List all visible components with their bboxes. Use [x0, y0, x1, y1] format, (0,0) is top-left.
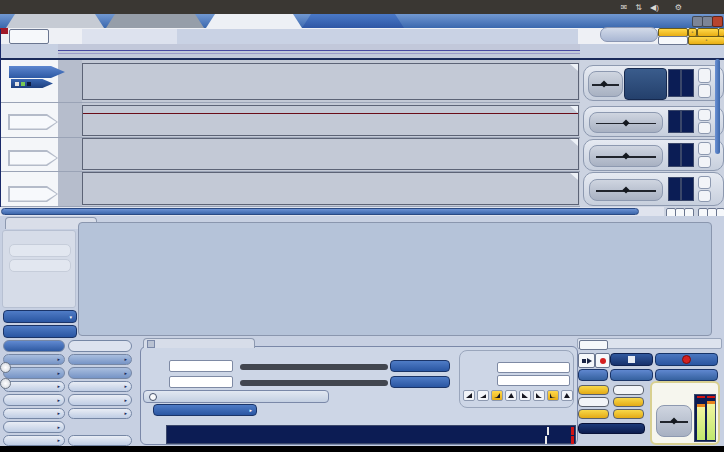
timeline-ruler[interactable] [82, 29, 578, 44]
new-rack-button[interactable]: ▾ [3, 310, 77, 323]
stop-button[interactable] [610, 353, 653, 366]
audio-clip-overhead[interactable] [82, 172, 579, 205]
clip-corner-icon[interactable] [570, 106, 578, 113]
mute-button[interactable] [698, 142, 711, 155]
clip-corner-icon[interactable] [570, 64, 578, 71]
audio-clip-vocal[interactable] [82, 63, 579, 100]
play-button[interactable] [578, 353, 595, 368]
mute-button[interactable] [698, 68, 711, 83]
pan-value-field[interactable] [169, 376, 233, 388]
volume-icon[interactable]: ◀) [650, 3, 659, 12]
master-volume-slider[interactable] [656, 405, 692, 437]
new-filter-button[interactable] [600, 27, 658, 42]
fade-shape-button-active[interactable] [491, 390, 503, 401]
close-button[interactable] [712, 16, 723, 27]
punch-toggle[interactable] [613, 385, 644, 395]
rack-filter-chip[interactable] [624, 68, 667, 100]
tab-projects[interactable] [6, 14, 104, 28]
tracks-button[interactable]: ▸ [68, 394, 132, 406]
fade-shape-button[interactable] [561, 390, 573, 401]
timecode-button[interactable]: ▸ [3, 381, 65, 393]
automation-line[interactable] [83, 113, 578, 114]
audio-clip-bass[interactable] [82, 105, 579, 136]
master-drop-filters-panel[interactable] [650, 381, 720, 445]
clipboard-button[interactable]: ▸ [68, 354, 132, 366]
movies-button[interactable]: ▸ [3, 421, 65, 433]
fade-shape-button-active[interactable] [547, 390, 559, 401]
audio-clip-drums[interactable] [82, 138, 579, 170]
h-scrollbar-thumb[interactable] [1, 208, 639, 215]
cpu-meter-button[interactable] [578, 423, 645, 434]
mute-button[interactable] [698, 109, 711, 121]
volume-pan-slider[interactable] [589, 179, 663, 201]
reset-volume-button[interactable] [390, 360, 450, 372]
mute-button[interactable] [698, 176, 711, 189]
fast-forward-button[interactable] [655, 369, 718, 381]
mail-icon[interactable]: ✉ [621, 3, 628, 12]
racks-bar[interactable]: ▫ [688, 36, 724, 45]
solo-button[interactable] [698, 84, 711, 99]
save-button[interactable]: ▸ [3, 354, 65, 366]
session-gear-icon[interactable]: ⚙ [675, 3, 682, 12]
volume-pan-slider[interactable] [588, 71, 623, 97]
volume-value-field[interactable] [169, 360, 233, 372]
options-button[interactable]: ▸ [3, 408, 65, 420]
fade-shape-button[interactable] [519, 390, 531, 401]
ext-mtc-button[interactable] [579, 340, 608, 351]
scroll-toggle[interactable] [613, 409, 644, 419]
fade-shape-button[interactable] [533, 390, 545, 401]
fade-shape-button[interactable] [477, 390, 489, 401]
tab-demo-edit[interactable] [206, 14, 302, 28]
solo-button[interactable] [698, 122, 711, 134]
export-button[interactable]: ▸ [68, 367, 132, 379]
rack-output-slot[interactable] [9, 259, 71, 272]
snapping-button[interactable]: ▸ [3, 394, 65, 406]
help-button[interactable]: ▸ [3, 435, 65, 447]
volume-pan-slider[interactable] [589, 145, 663, 167]
redo-button[interactable] [68, 340, 132, 352]
solo-button[interactable] [698, 156, 711, 169]
clip-corner-icon[interactable] [570, 173, 578, 180]
pan-slider-thumb[interactable] [0, 378, 11, 389]
click-track-button[interactable]: ▸ [68, 381, 132, 393]
solo-button[interactable] [698, 190, 711, 203]
import-button[interactable]: ▸ [3, 367, 65, 379]
rewind-button[interactable] [610, 369, 653, 381]
clip-indicator[interactable] [571, 427, 574, 435]
volume-pan-slider[interactable] [589, 112, 663, 133]
fade-shape-button[interactable] [463, 390, 475, 401]
v-scrollbar-thumb[interactable] [715, 59, 720, 154]
clip-indicator[interactable] [571, 436, 574, 444]
centre-panning-button[interactable] [390, 376, 450, 388]
snap-toggle[interactable] [613, 397, 644, 407]
clip-corner-icon[interactable] [570, 139, 578, 146]
fade-shape-button[interactable] [505, 390, 517, 401]
network-icon[interactable]: ⇅ [635, 3, 642, 12]
playhead-cursor[interactable] [0, 29, 1, 207]
loop-toggle[interactable] [578, 385, 609, 395]
rack-graph-area[interactable] [78, 222, 712, 336]
pan-slider-track[interactable] [240, 380, 388, 386]
e-to-e-toggle[interactable] [578, 409, 609, 419]
about-button[interactable] [68, 435, 132, 447]
menu-button[interactable] [9, 29, 49, 44]
return-to-start-button[interactable] [578, 369, 608, 381]
vertical-zoom-out-button[interactable] [302, 14, 404, 28]
global-lane[interactable] [58, 44, 580, 58]
fade-out-field[interactable] [497, 375, 570, 386]
rack-input-slot[interactable] [9, 244, 71, 257]
tab-settings[interactable] [106, 14, 204, 28]
master-tab[interactable] [143, 338, 255, 348]
volume-slider-thumb[interactable] [0, 362, 11, 373]
volume-slider-track[interactable] [240, 364, 388, 370]
fade-in-field[interactable] [497, 362, 570, 373]
automation-button[interactable]: ▸ [68, 408, 132, 420]
midi-velocity-checkbox[interactable] [143, 390, 329, 403]
undo-button[interactable] [3, 340, 65, 352]
auto-lock-toggle[interactable] [578, 397, 609, 407]
marker-panel-button[interactable] [658, 36, 688, 45]
record-button[interactable] [655, 353, 718, 366]
find-normalised-button[interactable]: ▸ [153, 404, 257, 416]
show-two-racks-button[interactable] [3, 325, 77, 338]
record-arm-button[interactable] [595, 353, 610, 368]
